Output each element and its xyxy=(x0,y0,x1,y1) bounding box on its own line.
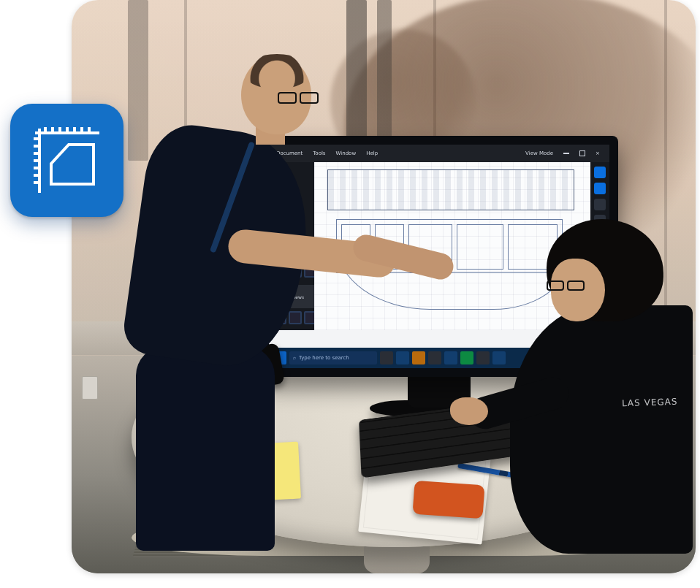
tool-layers-icon xyxy=(594,247,606,259)
feature-badge: blueprint-crop-icon xyxy=(10,104,123,217)
app-right-toolbar xyxy=(590,162,609,330)
taskbar-app-icon xyxy=(492,351,506,364)
sticky-note xyxy=(228,442,301,503)
taskbar-app-icon xyxy=(460,351,473,364)
taskbar-app-icon xyxy=(396,351,409,364)
taskbar-app-icon xyxy=(476,351,490,364)
taskbar-app-icon xyxy=(444,351,457,364)
taskbar-app-icon xyxy=(412,351,425,364)
blueprint-crop-icon xyxy=(31,124,104,197)
taskbar-app-icon xyxy=(380,351,393,364)
app-left-panel: Explore Views Recent Views xyxy=(269,162,314,330)
app-menu-bar: Document Tools Window Help View Mode × xyxy=(269,145,609,162)
windows-taskbar: ⌕ Type here to search 2:31 PM 9/25/2019 xyxy=(269,348,609,368)
floorplan-canvas xyxy=(314,162,590,330)
tool-presentation-icon xyxy=(594,310,606,330)
tool-measure-icon xyxy=(594,215,606,226)
tool-settings-icon xyxy=(594,263,606,275)
tool-crop-icon xyxy=(594,231,606,243)
tool-pan-icon xyxy=(594,183,606,194)
touchscreen-monitor: Document Tools Window Help View Mode × E… xyxy=(260,136,618,377)
taskbar-search: ⌕ Type here to search xyxy=(289,351,377,364)
menu-window: Window xyxy=(336,150,357,156)
tool-select-icon xyxy=(594,167,606,178)
mouse xyxy=(532,363,564,408)
taskbar-app-icon xyxy=(428,351,441,364)
tool-zoom-icon xyxy=(594,199,606,210)
menu-help: Help xyxy=(366,150,378,156)
taskbar-clock: 2:31 PM 9/25/2019 xyxy=(582,354,605,363)
menu-document: Document xyxy=(276,150,303,156)
smartphone-orange xyxy=(413,481,485,519)
screen-content: Document Tools Window Help View Mode × E… xyxy=(269,145,609,348)
photo-office-collaboration: Document Tools Window Help View Mode × E… xyxy=(72,0,696,573)
monitor-stand xyxy=(408,373,471,408)
menu-tools: Tools xyxy=(313,150,325,156)
view-mode-label: View Mode xyxy=(525,150,553,156)
